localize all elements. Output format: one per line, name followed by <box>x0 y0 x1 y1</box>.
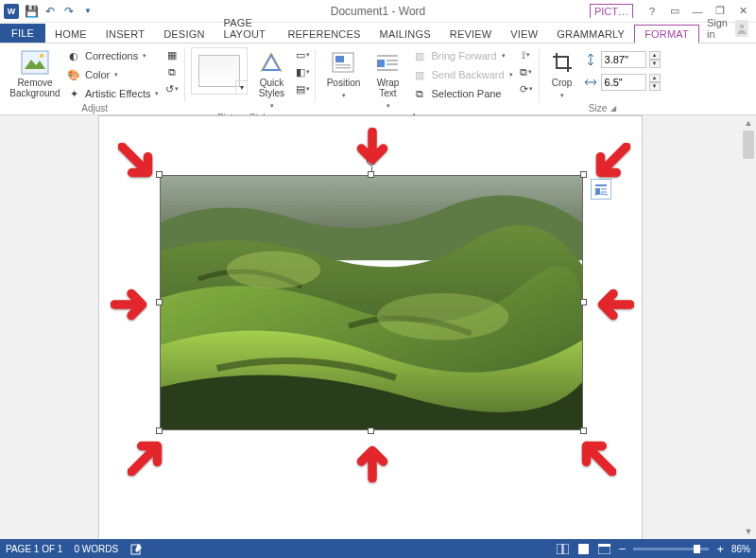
tab-format[interactable]: FORMAT <box>634 25 699 44</box>
svg-rect-4 <box>335 56 344 62</box>
svg-rect-11 <box>377 69 398 71</box>
size-launcher-icon[interactable]: ◢ <box>610 104 616 113</box>
group-objects-icon[interactable]: ⧉▾ <box>519 64 534 79</box>
contextual-tab-label: PICT… <box>590 4 633 18</box>
wrap-text-icon <box>372 49 403 76</box>
group-adjust-label: Adjust <box>81 103 108 113</box>
tab-page-layout[interactable]: PAGE LAYOUT <box>215 14 279 43</box>
vertical-scrollbar[interactable]: ▲ ▼ <box>741 115 756 539</box>
ribbon-display-options-button[interactable]: ▭ <box>665 4 684 19</box>
group-arrange: Position▾ Wrap Text▾ ▥ Bring Forward▾ ▥ … <box>316 45 539 115</box>
spelling-status-icon[interactable] <box>129 542 143 555</box>
annotation-arrow-icon <box>118 143 158 183</box>
compress-pictures-icon[interactable]: ▦ <box>164 47 180 62</box>
resize-handle-bottom-right[interactable] <box>580 427 587 434</box>
print-layout-icon[interactable] <box>577 542 591 555</box>
height-spinner[interactable]: ▲▼ <box>649 51 661 68</box>
svg-rect-8 <box>377 60 385 67</box>
resize-handle-middle-left[interactable] <box>156 299 163 305</box>
position-button[interactable]: Position▾ <box>321 47 365 102</box>
color-button[interactable]: 🎨 Color▾ <box>64 66 161 83</box>
gallery-more-icon[interactable]: ▾ <box>235 80 247 94</box>
resize-handle-middle-right[interactable] <box>580 299 587 305</box>
svg-point-2 <box>40 54 43 58</box>
qat-customize-icon[interactable]: ▼ <box>81 5 94 18</box>
zoom-in-button[interactable]: + <box>716 542 724 556</box>
send-backward-icon: ▥ <box>412 67 427 82</box>
group-size-label: Size <box>589 103 607 113</box>
ribbon: Remove Background ◐ Corrections▾ 🎨 Color… <box>0 44 756 115</box>
send-backward-button[interactable]: ▥ Send Backward▾ <box>410 66 514 83</box>
shape-width-input[interactable] <box>601 74 646 91</box>
selection-pane-icon: ⧉ <box>412 86 427 101</box>
tab-mailings[interactable]: MAILINGS <box>370 26 440 43</box>
save-icon[interactable]: 💾 <box>25 5 38 18</box>
svg-rect-19 <box>563 544 569 554</box>
web-layout-icon[interactable] <box>598 542 611 555</box>
remove-background-button[interactable]: Remove Background <box>9 47 60 100</box>
scroll-down-icon[interactable]: ▼ <box>741 524 756 539</box>
svg-point-13 <box>227 251 321 288</box>
page-indicator[interactable]: PAGE 1 OF 1 <box>6 544 62 554</box>
rotate-handle[interactable] <box>367 156 376 166</box>
resize-handle-bottom-center[interactable] <box>368 427 374 434</box>
artistic-effects-button[interactable]: ✦ Artistic Effects▾ <box>64 85 161 102</box>
svg-rect-1 <box>22 51 48 74</box>
tab-grammarly[interactable]: GRAMMARLY <box>547 26 634 43</box>
tab-home[interactable]: HOME <box>45 26 96 43</box>
annotation-arrow-icon <box>594 285 634 324</box>
quick-access-toolbar: W 💾 ↶ ↷ ▼ <box>0 4 94 19</box>
picture-effects-icon[interactable]: ◧▾ <box>295 64 310 79</box>
rotate-icon[interactable]: ⟳▾ <box>519 81 534 96</box>
redo-icon[interactable]: ↷ <box>62 5 76 18</box>
picture-layout-icon[interactable]: ▤▾ <box>295 81 310 96</box>
wrap-text-button[interactable]: Wrap Text▾ <box>369 47 406 113</box>
width-spinner[interactable]: ▲▼ <box>649 74 661 91</box>
picture-styles-gallery[interactable]: ▾ <box>191 47 248 95</box>
selection-pane-button[interactable]: ⧉ Selection Pane <box>410 85 514 102</box>
svg-rect-20 <box>578 544 589 554</box>
read-mode-icon[interactable] <box>557 542 570 555</box>
tab-design[interactable]: DESIGN <box>154 26 214 43</box>
picture-border-icon[interactable]: ▭▾ <box>295 47 310 62</box>
align-icon[interactable]: ⟟▾ <box>519 47 534 62</box>
corrections-button[interactable]: ◐ Corrections▾ <box>64 47 161 64</box>
word-count[interactable]: 0 WORDS <box>74 544 118 554</box>
artistic-effects-icon: ✦ <box>66 86 81 101</box>
zoom-level[interactable]: 86% <box>731 544 750 554</box>
resize-handle-bottom-left[interactable] <box>156 427 163 434</box>
svg-point-14 <box>377 293 508 340</box>
shape-height-input[interactable] <box>601 51 646 68</box>
reset-picture-icon[interactable]: ↺▾ <box>164 81 180 96</box>
undo-icon[interactable]: ↶ <box>43 5 57 18</box>
tab-view[interactable]: VIEW <box>501 26 547 43</box>
sign-in-label: Sign in <box>707 17 731 40</box>
tab-review[interactable]: REVIEW <box>440 26 502 43</box>
annotation-arrow-icon <box>576 436 616 476</box>
selected-picture[interactable] <box>160 175 583 430</box>
bring-forward-icon: ▥ <box>412 48 427 63</box>
zoom-slider[interactable] <box>633 548 709 550</box>
help-button[interactable]: ? <box>643 4 662 19</box>
resize-handle-top-left[interactable] <box>156 171 163 178</box>
resize-handle-top-center[interactable] <box>368 171 374 178</box>
tab-references[interactable]: REFERENCES <box>278 26 369 43</box>
quick-styles-button[interactable]: Quick Styles▾ <box>251 47 291 113</box>
page-canvas[interactable] <box>98 115 643 539</box>
resize-handle-top-right[interactable] <box>580 171 587 178</box>
change-picture-icon[interactable]: ⧉ <box>164 64 180 79</box>
sign-in-button[interactable]: Sign in <box>699 14 756 43</box>
svg-rect-22 <box>598 544 610 547</box>
tab-insert[interactable]: INSERT <box>96 26 154 43</box>
scroll-thumb[interactable] <box>743 131 754 159</box>
svg-rect-16 <box>595 188 600 194</box>
tab-file[interactable]: FILE <box>0 24 45 43</box>
scroll-up-icon[interactable]: ▲ <box>741 115 756 131</box>
bring-forward-button[interactable]: ▥ Bring Forward▾ <box>410 47 514 64</box>
annotation-arrow-icon <box>128 436 167 476</box>
layout-options-button[interactable] <box>591 179 611 200</box>
svg-rect-6 <box>335 67 351 69</box>
zoom-out-button[interactable]: − <box>619 542 627 556</box>
crop-button[interactable]: Crop▾ <box>545 47 579 102</box>
picture-content <box>160 175 583 430</box>
